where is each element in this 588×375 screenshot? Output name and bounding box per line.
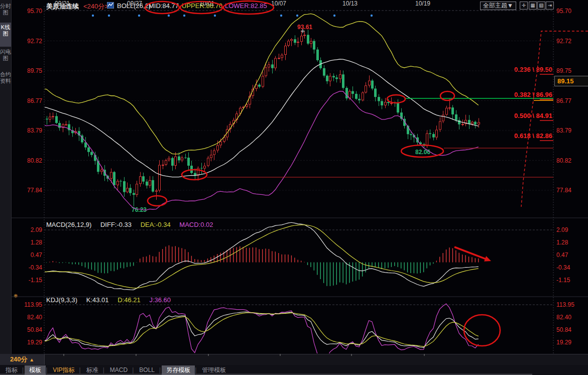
kdj-tick-right: 50.84 bbox=[556, 326, 571, 333]
date-label: 10/07 bbox=[271, 0, 286, 7]
macd-tick-left: -1.15 bbox=[14, 277, 42, 284]
current-price-badge: 89.15 bbox=[554, 76, 588, 86]
price-tick-left: 86.77 bbox=[14, 97, 42, 104]
chart-layout-icon[interactable]: ▧ bbox=[537, 2, 545, 10]
price-tick-left: 80.82 bbox=[14, 157, 42, 164]
macd-tick-right: 1.28 bbox=[556, 239, 568, 246]
macd-macd-value: MACD:0.02 bbox=[179, 221, 213, 228]
tab-boll[interactable]: BOLL bbox=[135, 366, 159, 374]
tab-standard[interactable]: 标准 bbox=[82, 365, 103, 375]
kdj-tick-left: 50.84 bbox=[14, 326, 42, 333]
boll-lower-value: LOWER:82.85 bbox=[225, 2, 267, 10]
toolbar-underline bbox=[0, 374, 532, 374]
price-tick-left: 95.70 bbox=[14, 8, 42, 15]
kdj-j-value: J:36.60 bbox=[149, 296, 171, 304]
date-label: 10/13 bbox=[342, 0, 358, 7]
price-tick-right: 95.70 bbox=[556, 8, 571, 15]
fib-level-0618: 0.618 \ 82.86 bbox=[502, 132, 552, 140]
sidebar-tab-contract-info[interactable]: 合约资料 bbox=[0, 70, 11, 99]
kdj-tick-right: 82.40 bbox=[556, 314, 571, 321]
price-tick-right: 80.82 bbox=[556, 157, 571, 164]
date-label: 10/19 bbox=[415, 0, 430, 7]
macd-tick-left: -0.34 bbox=[14, 264, 42, 271]
grid-layout-icon[interactable]: ▦ bbox=[529, 2, 537, 10]
kdj-params: KDJ(9,3,3) bbox=[46, 296, 77, 304]
macd-tick-right: -0.34 bbox=[556, 264, 570, 271]
macd-diff-value: DIFF:-0.33 bbox=[100, 221, 132, 228]
themes-dropdown-button[interactable]: 全部主题▼ bbox=[480, 2, 516, 10]
fib-level-0382: 0.382 \ 86.96 bbox=[502, 91, 552, 98]
macd-tick-right: 2.09 bbox=[556, 226, 568, 233]
price-tick-right: 83.79 bbox=[556, 127, 571, 134]
macd-dea-value: DEA:-0.34 bbox=[141, 221, 171, 228]
kdj-d-value: D:46.21 bbox=[117, 296, 141, 304]
tab-vip-indicators[interactable]: VIP指标 bbox=[48, 365, 79, 375]
period-tag: <240分> bbox=[83, 2, 108, 11]
macd-header: MACD(26,12,9) DIFF:-0.33 DEA:-0.34 MACD:… bbox=[46, 221, 220, 228]
sidebar-tab-kline[interactable]: K线图 bbox=[0, 23, 11, 47]
period-selector[interactable]: 240分 ▲ bbox=[0, 354, 45, 365]
date-label: 09/21 bbox=[55, 0, 70, 7]
macd-tick-right: 0.47 bbox=[556, 252, 568, 259]
tab-macd[interactable]: MACD bbox=[105, 366, 132, 374]
kdj-tick-left: 82.40 bbox=[14, 314, 42, 321]
move-tool-icon[interactable]: ✛ bbox=[520, 2, 528, 10]
kdj-tick-left: 113.95 bbox=[14, 301, 42, 308]
macd-tick-left: 2.09 bbox=[14, 226, 42, 233]
price-tick-right: 89.75 bbox=[556, 67, 571, 74]
bottom-price-label: 76.23 bbox=[132, 206, 147, 213]
date-label: 09/27 bbox=[127, 0, 142, 7]
peak-price-label: 93.61 bbox=[297, 24, 312, 31]
chart-canvas bbox=[0, 0, 588, 375]
macd-params: MACD(26,12,9) bbox=[46, 221, 91, 228]
kdj-tick-left: 19.29 bbox=[14, 339, 42, 346]
fib-level-0236: 0.236 \ 89.50 bbox=[502, 66, 552, 73]
pan-right-icon[interactable]: ⇥ bbox=[546, 2, 554, 10]
x-axis-strip bbox=[0, 354, 588, 366]
date-label: 10/01 bbox=[199, 0, 214, 7]
tab-save-template[interactable]: 另存模板 bbox=[162, 365, 195, 375]
kdj-tick-right: 113.95 bbox=[556, 301, 574, 308]
support-price-label: 82.06 bbox=[415, 149, 430, 156]
bottom-toolbar: 指标| 模板| VIP指标| 标准| MACD| BOLL| 另存模板| 管理模… bbox=[0, 365, 588, 375]
price-tick-left: 89.75 bbox=[14, 67, 42, 74]
tab-templates[interactable]: 模板 bbox=[25, 365, 46, 375]
sidebar-tab-lightning[interactable]: 闪电图 bbox=[0, 47, 11, 70]
kline-chart-app: 分时图 K线图 闪电图 合约资料 美原油连续 <240分> BOLL(26,2)… bbox=[0, 0, 588, 375]
price-tick-left: 77.84 bbox=[14, 187, 42, 194]
topbar: 美原油连续 <240分> BOLL(26,2) MID:84.77 UPPER:… bbox=[0, 0, 588, 12]
boll-mid-value: MID:84.77 bbox=[149, 2, 179, 10]
macd-tick-left: 1.28 bbox=[14, 239, 42, 246]
triangle-up-icon: ▲ bbox=[29, 357, 34, 362]
tab-manage-templates[interactable]: 管理模板 bbox=[197, 365, 230, 375]
indicator-settings-icon[interactable]: ❋ bbox=[14, 293, 18, 299]
kdj-tick-right: 19.29 bbox=[556, 339, 571, 346]
kdj-k-value: K:43.01 bbox=[86, 296, 109, 304]
chart-icon bbox=[107, 2, 114, 9]
price-tick-right: 77.84 bbox=[556, 187, 571, 194]
price-tick-right: 86.77 bbox=[556, 97, 571, 104]
macd-tick-left: 0.47 bbox=[14, 252, 42, 259]
macd-tick-right: -1.15 bbox=[556, 277, 570, 284]
sidebar: 分时图 K线图 闪电图 合约资料 bbox=[0, 0, 12, 375]
price-tick-left: 92.72 bbox=[14, 38, 42, 45]
tab-indicators[interactable]: 指标 bbox=[1, 365, 22, 375]
price-tick-right: 92.72 bbox=[556, 38, 571, 45]
kdj-header: KDJ(9,3,3) K:43.01 D:46.21 J:36.60 bbox=[46, 296, 178, 304]
price-tick-left: 83.79 bbox=[14, 127, 42, 134]
fib-level-0500: 0.500 \ 84.91 bbox=[502, 112, 552, 119]
